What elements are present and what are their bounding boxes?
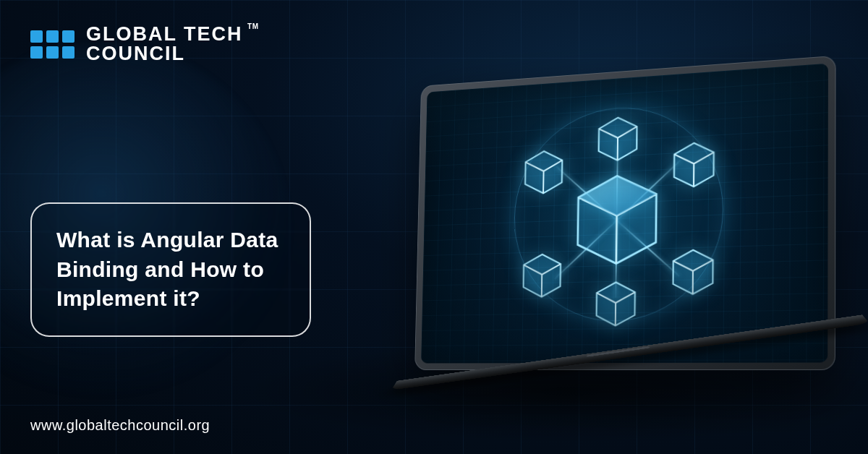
svg-marker-2 (578, 174, 657, 218)
svg-marker-7 (673, 249, 712, 294)
headline-text: What is Angular Data Binding and How to … (56, 226, 288, 314)
laptop-screen (421, 64, 828, 364)
laptop-illustration (353, 67, 859, 428)
footer-url: www.globaltechcouncil.org (30, 417, 210, 434)
halo-ring-icon (512, 101, 724, 322)
svg-marker-0 (577, 174, 656, 265)
svg-line-12 (542, 275, 542, 297)
svg-marker-3 (598, 116, 637, 161)
logo-squares-icon (30, 30, 75, 59)
brand-logo: GLOBAL TECH COUNCIL TM (30, 25, 243, 64)
headline-card: What is Angular Data Binding and How to … (30, 202, 311, 337)
svg-marker-5 (674, 142, 714, 187)
cube-icon (519, 146, 569, 199)
brand-line-1: GLOBAL TECH (86, 25, 243, 44)
svg-line-1 (616, 215, 617, 263)
cube-icon (667, 245, 720, 299)
cube-network-icon (421, 64, 828, 364)
cube-icon (568, 168, 667, 271)
brand-trademark: TM (247, 23, 258, 30)
brand-line-2: COUNCIL (86, 44, 243, 64)
cube-icon (590, 278, 642, 330)
cube-icon (668, 137, 720, 192)
cube-icon (592, 112, 643, 166)
svg-marker-13 (525, 150, 563, 194)
brand-text: GLOBAL TECH COUNCIL TM (86, 25, 243, 64)
laptop-screen-bezel (414, 56, 835, 370)
svg-marker-9 (596, 282, 635, 326)
svg-marker-11 (523, 254, 561, 297)
cube-icon (517, 249, 566, 301)
